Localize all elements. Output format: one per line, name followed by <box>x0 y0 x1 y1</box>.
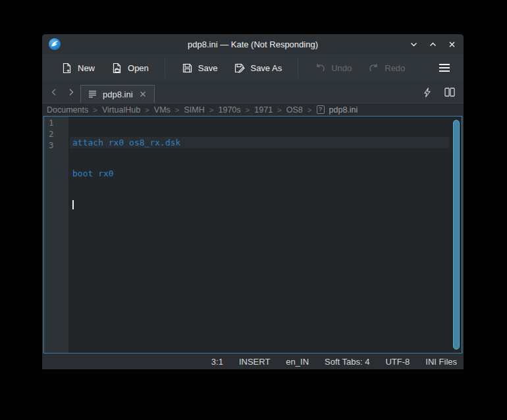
window-controls <box>409 39 457 49</box>
open-button[interactable]: Open <box>105 59 154 78</box>
breadcrumb-separator: > <box>246 106 250 114</box>
main-toolbar: New Open Save <box>42 54 464 82</box>
breadcrumb-item-virtualhub[interactable]: VirtualHub <box>102 105 140 115</box>
line-number: 3 <box>44 140 68 151</box>
save-as-button-label: Save As <box>250 63 282 73</box>
tab-prev-icon[interactable] <box>49 87 59 97</box>
breadcrumb-item-simh[interactable]: SIMH <box>184 105 205 115</box>
status-bar: 3:1 INSERT en_IN Soft Tabs: 4 UTF-8 INI … <box>42 354 464 369</box>
status-tab-mode[interactable]: Soft Tabs: 4 <box>325 357 369 367</box>
breadcrumb-item-os8[interactable]: OS8 <box>286 105 303 115</box>
code-line-1-text: attach rx0 os8_rx.dsk <box>72 138 180 147</box>
tabbar-tools <box>421 82 464 103</box>
undo-button[interactable]: Undo <box>309 59 357 78</box>
kate-app-icon[interactable] <box>49 38 61 50</box>
undo-button-label: Undo <box>331 63 352 73</box>
status-encoding[interactable]: UTF-8 <box>385 357 410 367</box>
breadcrumb-separator: > <box>93 106 97 114</box>
editor-scrollbar <box>453 120 460 350</box>
line-number: 1 <box>44 117 68 128</box>
open-document-icon <box>111 62 123 74</box>
save-button[interactable]: Save <box>176 59 223 78</box>
unknown-filetype-icon: ? <box>317 105 325 114</box>
save-as-button[interactable]: Save As <box>228 59 287 78</box>
text-document-icon <box>88 90 97 99</box>
desktop: { "window": { "title": "pdp8.ini — Kate … <box>0 0 507 420</box>
tab-close-icon[interactable] <box>138 90 147 99</box>
save-as-icon <box>233 62 246 74</box>
status-filetype[interactable]: INI Files <box>425 357 457 367</box>
breadcrumb-separator: > <box>145 106 149 114</box>
tab-pdp8-ini[interactable]: pdp8.ini <box>80 85 155 103</box>
status-input-mode[interactable]: INSERT <box>239 357 270 367</box>
breadcrumb-separator: > <box>277 106 282 114</box>
toolbar-separator <box>165 58 165 78</box>
breadcrumb: Documents > VirtualHub > VMs > SIMH > 19… <box>42 103 464 116</box>
open-button-label: Open <box>128 63 149 73</box>
new-document-icon <box>61 62 73 74</box>
code-line-2-text: boot rx0 <box>72 169 114 178</box>
close-icon[interactable] <box>447 39 457 49</box>
breadcrumb-item-vms[interactable]: VMs <box>154 105 171 115</box>
code-line-2[interactable]: boot rx0 <box>70 168 450 179</box>
breadcrumb-item-1970s[interactable]: 1970s <box>219 105 241 115</box>
breadcrumb-separator: > <box>307 106 312 114</box>
breadcrumb-item-documents[interactable]: Documents <box>47 105 88 115</box>
code-line-1[interactable]: attach rx0 os8_rx.dsk <box>70 137 450 148</box>
split-view-icon[interactable] <box>444 86 456 98</box>
breadcrumb-item-1971[interactable]: 1971 <box>254 105 273 115</box>
kate-window: pdp8.ini — Kate (Not Responding) Ne <box>42 34 464 369</box>
scrollbar-thumb[interactable] <box>453 120 460 350</box>
tab-next-icon[interactable] <box>66 87 76 97</box>
quick-open-bolt-icon[interactable] <box>421 86 433 98</box>
redo-icon <box>367 62 380 74</box>
breadcrumb-file-pdp8-ini[interactable]: pdp8.ini <box>329 105 358 115</box>
breadcrumb-separator: > <box>175 106 180 114</box>
tabbar-spacer <box>155 82 421 103</box>
breadcrumb-separator: > <box>209 106 214 114</box>
code-area[interactable]: attach rx0 os8_rx.dsk boot rx0 <box>70 117 450 230</box>
text-cursor <box>72 200 74 209</box>
status-dictionary[interactable]: en_IN <box>286 357 309 367</box>
editor-view[interactable]: 1 2 3 attach rx0 os8_rx.dsk boot rx0 <box>43 116 462 354</box>
menu-hamburger-icon[interactable] <box>435 58 454 78</box>
window-title: pdp8.ini — Kate (Not Responding) <box>42 39 464 49</box>
tab-bar: pdp8.ini <box>42 82 464 103</box>
tab-navigation <box>47 82 80 103</box>
code-line-3[interactable] <box>70 199 450 210</box>
status-cursor-position[interactable]: 3:1 <box>211 357 223 367</box>
redo-button[interactable]: Redo <box>362 59 410 78</box>
line-number-gutter[interactable]: 1 2 3 <box>44 117 69 353</box>
minimize-icon[interactable] <box>409 39 419 49</box>
line-number: 2 <box>44 128 68 140</box>
save-button-label: Save <box>198 63 218 73</box>
new-button[interactable]: New <box>55 59 100 78</box>
tab-label: pdp8.ini <box>103 90 133 99</box>
titlebar: pdp8.ini — Kate (Not Responding) <box>42 34 464 54</box>
save-icon <box>181 62 194 74</box>
undo-icon <box>314 62 327 74</box>
redo-button-label: Redo <box>385 63 405 73</box>
maximize-icon[interactable] <box>428 39 438 49</box>
new-button-label: New <box>78 63 95 73</box>
toolbar-separator <box>298 58 298 78</box>
